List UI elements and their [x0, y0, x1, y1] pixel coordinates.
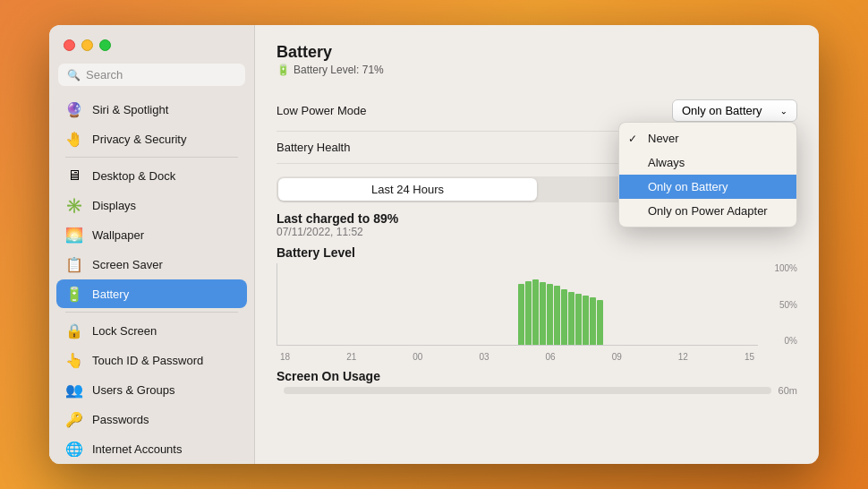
- bar: [575, 294, 582, 345]
- y-label-50: 50%: [762, 300, 797, 310]
- touchid-icon: 👆: [65, 351, 83, 369]
- x-label-00: 00: [413, 352, 422, 362]
- x-label-12: 12: [678, 352, 688, 362]
- battery-level-chart-title: Battery Level: [277, 245, 797, 260]
- traffic-lights: [49, 36, 254, 64]
- bar: [547, 284, 553, 345]
- dropdown-option-label: Always: [648, 156, 685, 169]
- search-placeholder: Search: [86, 68, 123, 82]
- divider: [65, 157, 238, 158]
- dropdown-option-never[interactable]: Never: [619, 126, 796, 150]
- sidebar-item-label: Passwords: [92, 413, 149, 426]
- chart-x-labels: 18 21 00 03 06 09 12 15: [277, 352, 758, 362]
- bar: [540, 282, 546, 345]
- settings-window: 🔍 Search 🔮 Siri & Spotlight 🤚 Privacy & …: [49, 25, 819, 464]
- maximize-button[interactable]: [99, 39, 111, 51]
- desktop-icon: 🖥: [65, 167, 83, 184]
- displays-icon: ✳️: [65, 196, 83, 214]
- sidebar-item-touchid[interactable]: 👆 Touch ID & Password: [56, 346, 247, 374]
- sidebar-item-label: Privacy & Security: [92, 133, 186, 146]
- search-icon: 🔍: [67, 69, 81, 82]
- battery-health-label: Battery Health: [277, 141, 350, 154]
- sidebar-item-desktop[interactable]: 🖥 Desktop & Dock: [56, 161, 247, 190]
- dropdown-option-label: Only on Battery: [648, 180, 728, 193]
- seg-last-24h[interactable]: Last 24 Hours: [278, 178, 537, 201]
- sidebar-item-internet[interactable]: 🌐 Internet Accounts: [56, 434, 247, 457]
- chart-area: [277, 263, 758, 346]
- usage-max-label: 60m: [779, 385, 797, 396]
- low-power-mode-label: Low Power Mode: [277, 104, 366, 117]
- last-charged-date: 07/11/2022, 11:52: [277, 226, 797, 238]
- sidebar-item-passwords[interactable]: 🔑 Passwords: [56, 405, 247, 433]
- search-bar[interactable]: 🔍 Search: [58, 64, 245, 86]
- battery-level-info: 🔋 Battery Level: 71%: [277, 64, 797, 76]
- battery-level-value: Battery Level: 71%: [294, 64, 384, 76]
- battery-level-chart: 100% 50% 0% 18 21 00 03 06 09 12 15: [277, 263, 797, 362]
- sidebar: 🔍 Search 🔮 Siri & Spotlight 🤚 Privacy & …: [49, 25, 255, 464]
- sidebar-items-list: 🔮 Siri & Spotlight 🤚 Privacy & Security …: [49, 95, 254, 457]
- bar: [525, 281, 532, 345]
- users-icon: 👥: [65, 381, 83, 399]
- bar: [532, 279, 539, 345]
- screen-usage-title: Screen On Usage: [277, 369, 797, 383]
- sidebar-item-battery[interactable]: 🔋 Battery: [56, 279, 247, 308]
- bar: [583, 296, 589, 345]
- chevron-down-icon: ⌃: [780, 106, 787, 116]
- sidebar-item-privacy[interactable]: 🤚 Privacy & Security: [56, 124, 247, 153]
- sidebar-item-label: Screen Saver: [92, 258, 163, 271]
- sidebar-item-label: Desktop & Dock: [92, 169, 175, 183]
- bar: [568, 292, 574, 345]
- low-power-mode-dropdown-menu: Never Always Only on Battery Only on Pow…: [618, 122, 797, 227]
- dropdown-option-always[interactable]: Always: [619, 150, 796, 175]
- bar: [554, 286, 560, 345]
- main-content: Battery 🔋 Battery Level: 71% Low Power M…: [255, 25, 819, 464]
- wallpaper-icon: 🌅: [65, 226, 83, 244]
- bar: [590, 297, 596, 345]
- battery-icon: 🔋: [65, 285, 83, 303]
- battery-inline-icon: 🔋: [277, 64, 290, 76]
- sidebar-item-lockscreen[interactable]: 🔒 Lock Screen: [56, 316, 247, 345]
- x-label-15: 15: [745, 352, 754, 362]
- x-label-09: 09: [612, 352, 622, 362]
- sidebar-item-label: Battery: [92, 287, 129, 301]
- y-label-0: 0%: [762, 336, 797, 346]
- dropdown-current-value: Only on Battery: [682, 104, 762, 117]
- sidebar-item-siri[interactable]: 🔮 Siri & Spotlight: [56, 95, 247, 124]
- x-label-06: 06: [546, 352, 556, 362]
- sidebar-item-displays[interactable]: ✳️ Displays: [56, 191, 247, 219]
- page-title: Battery: [277, 43, 797, 62]
- siri-icon: 🔮: [65, 100, 83, 118]
- chart-bars: [518, 263, 759, 345]
- dropdown-option-label: Only on Power Adapter: [648, 204, 768, 218]
- passwords-icon: 🔑: [65, 410, 83, 428]
- sidebar-item-wallpaper[interactable]: 🌅 Wallpaper: [56, 220, 247, 249]
- sidebar-item-label: Lock Screen: [92, 324, 157, 338]
- dropdown-option-only-battery[interactable]: Only on Battery: [619, 175, 796, 199]
- low-power-mode-dropdown[interactable]: Only on Battery ⌃: [672, 99, 797, 122]
- dropdown-option-label: Never: [648, 132, 679, 145]
- minimize-button[interactable]: [81, 39, 93, 51]
- screen-usage-row: 60m: [277, 385, 797, 396]
- sidebar-item-label: Siri & Spotlight: [92, 103, 168, 116]
- sidebar-item-label: Users & Groups: [92, 383, 174, 397]
- lockscreen-icon: 🔒: [65, 322, 83, 339]
- sidebar-item-label: Displays: [92, 199, 136, 212]
- y-label-100: 100%: [762, 263, 797, 273]
- sidebar-item-label: Touch ID & Password: [92, 354, 203, 367]
- x-label-03: 03: [479, 352, 489, 362]
- sidebar-item-label: Wallpaper: [92, 228, 144, 242]
- bar: [597, 300, 603, 345]
- bar: [561, 289, 567, 345]
- close-button[interactable]: [64, 39, 75, 51]
- dropdown-option-only-adapter[interactable]: Only on Power Adapter: [619, 199, 796, 223]
- x-label-21: 21: [346, 352, 356, 362]
- x-label-18: 18: [280, 352, 290, 362]
- sidebar-item-screensaver[interactable]: 📋 Screen Saver: [56, 250, 247, 279]
- sidebar-item-label: Internet Accounts: [92, 442, 182, 456]
- chart-y-labels: 100% 50% 0%: [762, 263, 797, 346]
- privacy-icon: 🤚: [65, 130, 83, 148]
- usage-bar-container: [284, 387, 771, 394]
- sidebar-item-users[interactable]: 👥 Users & Groups: [56, 375, 247, 404]
- bar: [518, 284, 524, 345]
- internet-icon: 🌐: [65, 440, 83, 457]
